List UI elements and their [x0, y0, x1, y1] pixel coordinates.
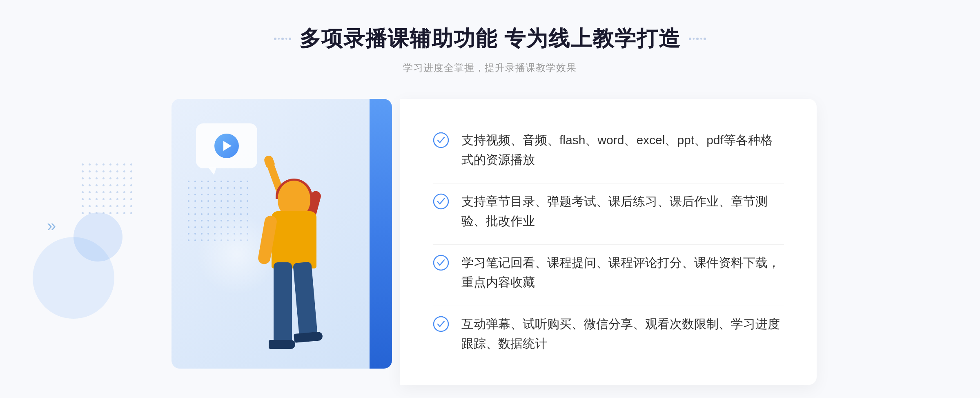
check-circle-icon-2	[433, 193, 449, 210]
svg-point-0	[434, 133, 448, 148]
feature-text-3: 学习笔记回看、课程提问、课程评论打分、课件资料下载，重点内容收藏	[461, 253, 784, 292]
svg-point-2	[434, 255, 448, 270]
feature-item-2: 支持章节目录、弹题考试、课后练习、课后作业、章节测验、批改作业	[433, 183, 784, 239]
illustration-background: «	[172, 99, 392, 369]
shoe-right	[294, 331, 323, 343]
feature-text-2: 支持章节目录、弹题考试、课后练习、课后作业、章节测验、批改作业	[461, 192, 784, 231]
svg-point-1	[434, 194, 448, 209]
feature-item-1: 支持视频、音频、flash、word、excel、ppt、pdf等各种格式的资源…	[433, 122, 784, 178]
leg-left	[274, 262, 292, 344]
feature-text-1: 支持视频、音频、flash、word、excel、ppt、pdf等各种格式的资源…	[461, 130, 784, 170]
decorator-diamond-3	[693, 38, 695, 40]
decorative-arrows-left: »	[47, 217, 56, 235]
person-torso	[272, 211, 316, 268]
content-area: «	[163, 99, 817, 385]
check-circle-icon-1	[433, 132, 449, 148]
feature-text-4: 互动弹幕、试听购买、微信分享、观看次数限制、学习进度跟踪、数据统计	[461, 314, 784, 353]
blue-vertical-bar	[370, 99, 392, 369]
arm-hand	[263, 154, 275, 168]
features-area: 支持视频、音频、flash、word、excel、ppt、pdf等各种格式的资源…	[400, 99, 817, 385]
decorative-circle-small	[74, 212, 122, 262]
svg-point-3	[434, 317, 448, 331]
decorator-dot-5	[696, 38, 699, 40]
header-subtitle: 学习进度全掌握，提升录播课教学效果	[274, 61, 706, 74]
person-figure	[212, 140, 343, 369]
decorator-dot-2	[281, 38, 284, 40]
decorator-diamond-2	[285, 38, 287, 40]
illustration-area: «	[163, 99, 400, 385]
decorator-dot-3	[289, 38, 291, 40]
leg-right	[293, 262, 318, 336]
decorator-diamond-1	[278, 38, 280, 40]
decorator-dot-1	[274, 38, 276, 40]
header-decorator-left	[274, 38, 291, 40]
header-title-wrapper: 多项录播课辅助功能 专为线上教学打造	[274, 25, 706, 53]
page-wrapper: » 多项录播课辅助功能 专为线上教学打造	[0, 0, 980, 398]
check-circle-icon-3	[433, 255, 449, 271]
feature-item-3: 学习笔记回看、课程提问、课程评论打分、课件资料下载，重点内容收藏	[433, 244, 784, 300]
dot-pattern-left	[82, 163, 135, 217]
check-circle-icon-4	[433, 316, 449, 332]
header-decorator-right	[689, 38, 706, 40]
decorator-diamond-4	[700, 38, 702, 40]
shoe-left	[269, 340, 295, 349]
header-section: 多项录播课辅助功能 专为线上教学打造 学习进度全掌握，提升录播课教学效果	[274, 25, 706, 74]
feature-item-4: 互动弹幕、试听购买、微信分享、观看次数限制、学习进度跟踪、数据统计	[433, 306, 784, 362]
decorator-dot-6	[704, 38, 706, 40]
decorator-dot-4	[689, 38, 691, 40]
main-title: 多项录播课辅助功能 专为线上教学打造	[299, 25, 681, 53]
